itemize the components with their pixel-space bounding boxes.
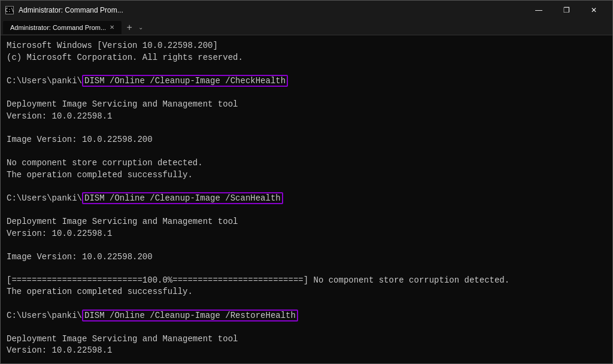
line-7: Version: 10.0.22598.1 (7, 111, 606, 123)
line-13 (7, 181, 606, 193)
line-1: Microsoft Windows [Version 10.0.22598.20… (7, 40, 606, 52)
line-11: No component store corruption detected. (7, 157, 606, 169)
tab-bar: Administrator: Command Prom... ✕ + ⌄ (1, 20, 612, 35)
line-19: Image Version: 10.0.22598.200 (7, 251, 606, 263)
cmd-highlight-2: DISM /Online /Cleanup-Image /ScanHealth (82, 192, 283, 204)
prompt-1: C:\Users\panki\ (7, 76, 82, 86)
title-bar-controls: — ❐ ✕ (525, 1, 608, 20)
terminal-body: Microsoft Windows [Version 10.0.22598.20… (1, 35, 612, 363)
line-14: C:\Users\panki\DISM /Online /Cleanup-Ima… (7, 193, 606, 205)
line-28 (7, 357, 606, 363)
line-25 (7, 321, 606, 333)
line-5 (7, 87, 606, 99)
tab-dropdown-button[interactable]: ⌄ (138, 24, 143, 31)
line-12: The operation completed successfully. (7, 169, 606, 181)
tab-close-button[interactable]: ✕ (110, 24, 114, 31)
cmd-highlight-3: DISM /Online /Cleanup-Image /RestoreHeal… (82, 310, 298, 321)
prompt-2: C:\Users\panki\ (7, 193, 82, 203)
new-tab-button[interactable]: + (123, 21, 136, 34)
line-20 (7, 263, 606, 275)
tab-label: Administrator: Command Prom... (10, 24, 106, 31)
window-title: Administrator: Command Prom... (19, 6, 123, 14)
maximize-button[interactable]: ❐ (553, 1, 580, 20)
line-18 (7, 239, 606, 251)
app-icon: C:\ (5, 6, 14, 14)
line-9: Image Version: 10.0.22598.200 (7, 134, 606, 146)
prompt-3: C:\Users\panki\ (7, 311, 82, 320)
line-8 (7, 122, 606, 134)
line-6: Deployment Image Servicing and Managemen… (7, 99, 606, 111)
line-2: (c) Microsoft Corporation. All rights re… (7, 52, 606, 64)
line-15 (7, 204, 606, 216)
title-bar: C:\ Administrator: Command Prom... — ❐ ✕ (1, 1, 612, 20)
cmd-window: C:\ Administrator: Command Prom... — ❐ ✕… (0, 0, 613, 364)
line-3 (7, 63, 606, 75)
line-22: The operation completed successfully. (7, 286, 606, 298)
line-16: Deployment Image Servicing and Managemen… (7, 216, 606, 228)
line-10 (7, 145, 606, 157)
close-button[interactable]: ✕ (580, 1, 608, 20)
line-26: Deployment Image Servicing and Managemen… (7, 333, 606, 345)
line-23 (7, 298, 606, 310)
minimize-button[interactable]: — (525, 1, 553, 20)
title-bar-left: C:\ Administrator: Command Prom... (5, 6, 123, 14)
line-17: Version: 10.0.22598.1 (7, 228, 606, 240)
line-21: [==========================100.0%=======… (7, 275, 606, 287)
line-27: Version: 10.0.22598.1 (7, 345, 606, 357)
line-24: C:\Users\panki\DISM /Online /Cleanup-Ima… (7, 310, 606, 322)
line-4: C:\Users\panki\DISM /Online /Cleanup-Ima… (7, 75, 606, 87)
tab-cmd[interactable]: Administrator: Command Prom... ✕ (3, 21, 122, 34)
cmd-highlight-1: DISM /Online /Cleanup-Image /CheckHealth (82, 75, 288, 87)
